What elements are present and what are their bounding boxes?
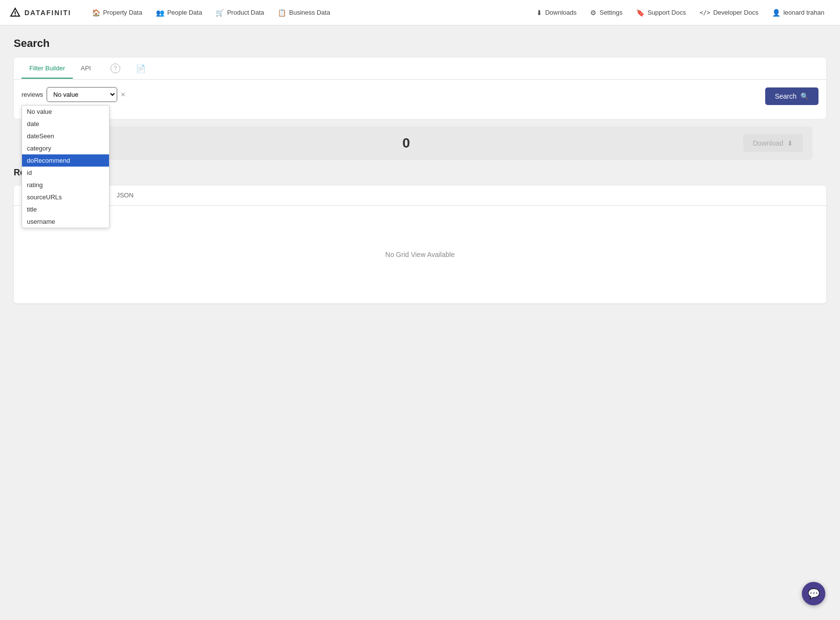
records-tabs: Grid Table CSV JSON — [14, 186, 826, 206]
search-title: Search — [14, 37, 826, 50]
filter-select[interactable]: No value date dateSeen category doRecomm… — [47, 87, 117, 102]
records-empty-message: No Grid View Available — [14, 206, 826, 303]
records-card: Grid Table CSV JSON No Grid View Availab… — [14, 186, 826, 303]
business-icon: 📋 — [278, 9, 286, 17]
filter-row: reviews No value date dateSeen category … — [22, 87, 125, 102]
matching-count: 0 — [402, 135, 410, 150]
navbar-right: ⬇ Downloads ⚙ Settings 🔖 Support Docs </… — [531, 6, 830, 20]
filter-close-icon[interactable]: × — [121, 90, 125, 99]
dropdown-item-dateseen[interactable]: dateSeen — [22, 130, 109, 142]
search-magnify-icon: 🔍 — [800, 92, 809, 100]
filter-dropdown: No value date dateSeen category doRecomm… — [22, 105, 110, 228]
search-button-label: Search — [775, 92, 796, 100]
search-button[interactable]: Search 🔍 — [765, 87, 818, 105]
user-icon: 👤 — [772, 9, 780, 17]
nav-item-product-data[interactable]: 🛒 Product Data — [210, 6, 270, 20]
search-card: Filter Builder API ? 📄 reviews No value — [14, 58, 826, 119]
dropdown-item-category[interactable]: category — [22, 142, 109, 154]
nav-label-people-data: People Data — [167, 9, 202, 16]
dropdown-item-sourceurls[interactable]: sourceURLs — [22, 191, 109, 203]
download-icon: ⬇ — [787, 139, 793, 147]
nav-item-business-data[interactable]: 📋 Business Data — [272, 6, 336, 20]
download-nav-icon: ⬇ — [536, 9, 542, 17]
matching-center: 0 — [402, 135, 410, 151]
nav-label-support-docs: Support Docs — [647, 9, 686, 16]
filter-area: reviews No value date dateSeen category … — [14, 80, 826, 119]
records-tab-json[interactable]: JSON — [109, 186, 141, 206]
nav-item-downloads[interactable]: ⬇ Downloads — [531, 6, 582, 20]
nav-label-developer-docs: Developer Docs — [713, 9, 759, 16]
navbar: DATAFINITI 🏠 Property Data 👥 People Data… — [0, 0, 840, 25]
chat-icon: 💬 — [808, 588, 820, 599]
brand-name: DATAFINITI — [24, 9, 71, 17]
help-icon[interactable]: ? — [103, 58, 128, 79]
nav-item-property-data[interactable]: 🏠 Property Data — [86, 6, 148, 20]
download-button[interactable]: Download ⬇ — [743, 134, 803, 152]
code-icon: </> — [700, 9, 710, 16]
nav-item-user[interactable]: 👤 leonard trahan — [766, 6, 830, 20]
dropdown-item-no-value[interactable]: No value — [22, 106, 109, 118]
navbar-left: 🏠 Property Data 👥 People Data 🛒 Product … — [86, 6, 531, 20]
filter-field-label: reviews — [22, 91, 43, 98]
tab-api[interactable]: API — [73, 59, 99, 79]
logo[interactable]: DATAFINITI — [10, 7, 71, 18]
nav-item-support-docs[interactable]: 🔖 Support Docs — [630, 6, 692, 20]
dropdown-item-date[interactable]: date — [22, 118, 109, 130]
search-section: Search Filter Builder API ? 📄 — [0, 25, 840, 119]
nav-label-settings: Settings — [599, 9, 622, 16]
nav-item-developer-docs[interactable]: </> Developer Docs — [694, 6, 764, 19]
dropdown-item-title[interactable]: title — [22, 203, 109, 215]
page-wrapper: DATAFINITI 🏠 Property Data 👥 People Data… — [0, 0, 840, 620]
dropdown-item-username[interactable]: username — [22, 215, 109, 228]
people-icon: 👥 — [156, 9, 164, 17]
tab-filter-builder[interactable]: Filter Builder — [22, 59, 73, 79]
nav-label-product-data: Product Data — [227, 9, 264, 16]
dropdown-list: No value date dateSeen category doRecomm… — [22, 105, 110, 228]
nav-label-downloads: Downloads — [545, 9, 576, 16]
doc-icon[interactable]: 📄 — [128, 58, 154, 79]
records-preview-section: Records Preview Grid Table CSV JSON No G… — [0, 168, 840, 317]
settings-icon: ⚙ — [590, 9, 597, 17]
dropdown-item-dorecommend[interactable]: doRecommend — [22, 154, 109, 167]
nav-item-people-data[interactable]: 👥 People Data — [150, 6, 208, 20]
dropdown-item-rating[interactable]: rating — [22, 179, 109, 191]
chat-button[interactable]: 💬 — [802, 582, 825, 605]
svg-point-2 — [15, 15, 16, 16]
cart-icon: 🛒 — [216, 9, 224, 17]
matching-card: API CALL Matching 0 Download ⬇ — [27, 127, 813, 160]
nav-label-business-data: Business Data — [289, 9, 330, 16]
search-tabs: Filter Builder API ? 📄 — [14, 58, 826, 80]
matching-section: API CALL Matching 0 Download ⬇ — [0, 119, 840, 168]
dropdown-item-id[interactable]: id — [22, 167, 109, 179]
nav-label-user: leonard trahan — [783, 9, 824, 16]
nav-item-settings[interactable]: ⚙ Settings — [584, 6, 628, 20]
home-icon: 🏠 — [92, 9, 100, 17]
logo-icon — [10, 7, 21, 18]
nav-label-property-data: Property Data — [103, 9, 142, 16]
bookmark-icon: 🔖 — [636, 9, 644, 17]
records-preview-title: Records Preview — [14, 168, 826, 178]
download-button-label: Download — [753, 139, 783, 147]
